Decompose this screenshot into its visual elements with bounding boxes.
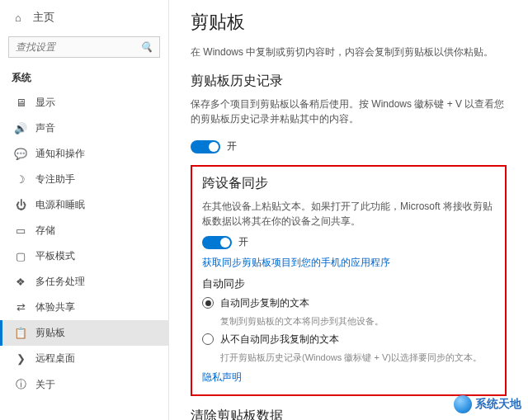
sidebar-item-label: 体验共享 <box>35 300 75 314</box>
sidebar-item-label: 多任务处理 <box>35 275 85 289</box>
history-toggle[interactable] <box>191 140 220 153</box>
auto-sync-heading: 自动同步 <box>202 276 495 291</box>
monitor-icon: 🖥 <box>14 97 27 109</box>
notification-icon: 💬 <box>14 148 27 160</box>
sidebar-item-storage[interactable]: ▭ 存储 <box>0 218 168 243</box>
sync-section-title: 跨设备同步 <box>202 175 495 192</box>
info-icon: ⓘ <box>14 377 27 392</box>
sidebar-item-label: 平板模式 <box>35 249 75 263</box>
sidebar-item-multitask[interactable]: ❖ 多任务处理 <box>0 269 168 295</box>
watermark-text: 系统天地 <box>475 397 521 412</box>
radio-never-label: 从不自动同步我复制的文本 <box>220 333 339 347</box>
intro-text: 在 Windows 中复制或剪切内容时，内容会复制到剪贴板以供你粘贴。 <box>191 45 507 59</box>
remote-icon: ❯ <box>14 352 27 365</box>
main-content: 剪贴板 在 Windows 中复制或剪切内容时，内容会复制到剪贴板以供你粘贴。 … <box>169 0 528 420</box>
sidebar-item-label: 关于 <box>35 378 55 392</box>
history-desc: 保存多个项目到剪贴板以备稍后使用。按 Windows 徽标键 + V 以查看您的… <box>191 97 507 126</box>
page-title: 剪贴板 <box>191 10 507 35</box>
sidebar-item-label: 声音 <box>35 121 55 135</box>
watermark: 系统天地 <box>454 395 521 413</box>
sidebar-item-label: 显示 <box>35 96 55 110</box>
sidebar-item-label: 专注助手 <box>35 172 75 186</box>
share-icon: ⇄ <box>14 301 27 314</box>
sidebar-item-label: 电源和睡眠 <box>35 198 85 212</box>
multitask-icon: ❖ <box>14 276 27 288</box>
storage-icon: ▭ <box>14 224 27 237</box>
tablet-icon: ▢ <box>14 250 27 262</box>
history-toggle-label: 开 <box>227 139 237 153</box>
home-label: 主页 <box>33 10 54 25</box>
sidebar-item-shared-exp[interactable]: ⇄ 体验共享 <box>0 295 168 320</box>
sync-highlight-box: 跨设备同步 在其他设备上粘贴文本。如果打开了此功能，Microsoft 将接收剪… <box>191 165 507 396</box>
sidebar-item-notifications[interactable]: 💬 通知和操作 <box>0 141 168 167</box>
sidebar-item-about[interactable]: ⓘ 关于 <box>0 371 168 398</box>
power-icon: ⏻ <box>14 199 27 211</box>
sidebar-item-label: 通知和操作 <box>35 147 85 161</box>
sidebar-item-label: 远程桌面 <box>35 352 75 366</box>
clipboard-icon: 📋 <box>14 327 27 339</box>
radio-selected-icon <box>202 297 214 309</box>
sidebar-item-clipboard[interactable]: 📋 剪贴板 <box>0 320 168 346</box>
sidebar-item-remote-desktop[interactable]: ❯ 远程桌面 <box>0 346 168 371</box>
radio-never-sync[interactable]: 从不自动同步我复制的文本 <box>202 333 495 347</box>
sidebar-item-power[interactable]: ⏻ 电源和睡眠 <box>0 192 168 218</box>
sidebar-item-label: 剪贴板 <box>35 326 65 340</box>
search-input[interactable]: 查找设置 🔍 <box>8 36 160 58</box>
sidebar-item-tablet[interactable]: ▢ 平板模式 <box>0 243 168 269</box>
speaker-icon: 🔊 <box>14 122 27 134</box>
history-section-title: 剪贴板历史记录 <box>191 73 507 90</box>
privacy-link[interactable]: 隐私声明 <box>202 370 495 385</box>
sync-app-link[interactable]: 获取同步剪贴板项目到您的手机的应用程序 <box>202 256 495 270</box>
sidebar: ⌂ 主页 查找设置 🔍 系统 🖥 显示 🔊 声音 💬 通知和操作 ☽ 专注助手 … <box>0 0 169 420</box>
sync-desc: 在其他设备上粘贴文本。如果打开了此功能，Microsoft 将接收剪贴板数据以将… <box>202 199 495 229</box>
sync-toggle[interactable] <box>202 236 232 249</box>
radio-unselected-icon <box>202 333 214 345</box>
moon-icon: ☽ <box>14 173 27 186</box>
sidebar-group-heading: 系统 <box>0 66 168 90</box>
home-icon: ⌂ <box>12 12 25 24</box>
radio-auto-sync[interactable]: 自动同步复制的文本 <box>202 296 495 310</box>
radio-auto-label: 自动同步复制的文本 <box>220 296 309 310</box>
nav-home[interactable]: ⌂ 主页 <box>0 3 168 31</box>
sync-toggle-label: 开 <box>238 235 248 249</box>
radio-auto-sub: 复制到剪贴板的文本将同步到其他设备。 <box>220 315 495 328</box>
sidebar-item-label: 存储 <box>35 224 55 238</box>
sidebar-item-sound[interactable]: 🔊 声音 <box>0 116 168 141</box>
globe-icon <box>454 395 472 413</box>
radio-never-sub: 打开剪贴板历史记录(Windows 徽标键 + V)以选择要同步的文本。 <box>220 352 495 364</box>
search-icon: 🔍 <box>140 41 153 53</box>
search-placeholder: 查找设置 <box>16 40 55 54</box>
sidebar-item-display[interactable]: 🖥 显示 <box>0 90 168 116</box>
sidebar-item-focus-assist[interactable]: ☽ 专注助手 <box>0 167 168 192</box>
